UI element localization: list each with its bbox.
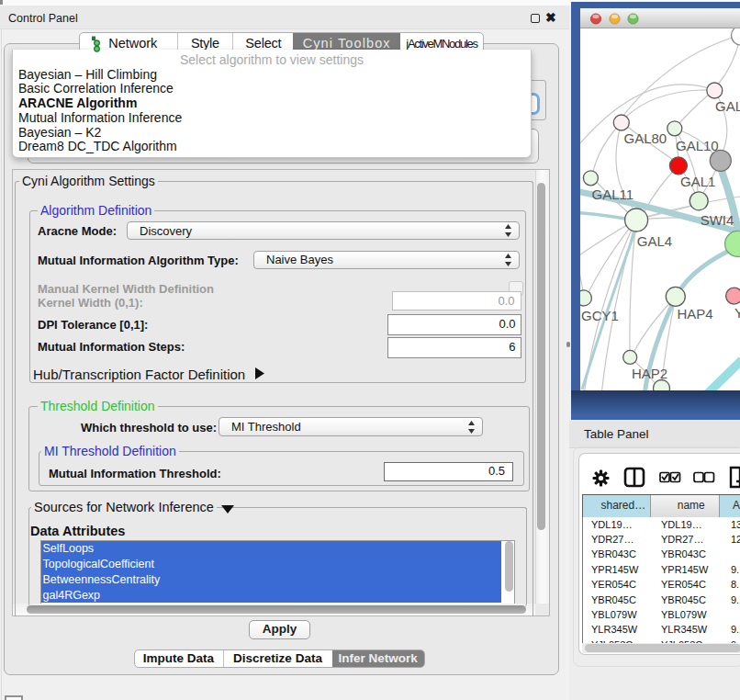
svg-text:GAL10: GAL10 [676,138,719,153]
svg-text:GAL7: GAL7 [715,98,740,114]
svg-text:GAL11: GAL11 [592,186,634,202]
svg-text:SWI4: SWI4 [701,212,734,228]
svg-text:Y: Y [734,305,740,321]
svg-text:GAL4: GAL4 [637,233,672,249]
svg-text:GAL1: GAL1 [680,174,715,189]
svg-text:HAP2: HAP2 [632,366,667,381]
svg-text:GAL80: GAL80 [624,130,667,146]
svg-text:GCY1: GCY1 [581,308,619,323]
svg-text:HAP4: HAP4 [678,306,713,322]
